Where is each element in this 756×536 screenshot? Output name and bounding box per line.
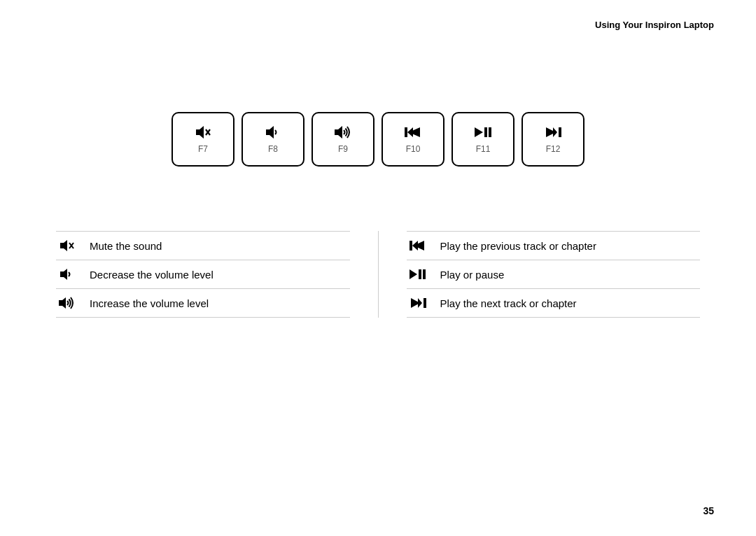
desc-row-next: Play the next track or chapter [407,289,701,318]
desc-mute-text: Mute the sound [90,240,162,252]
desc-prev-text: Play the previous track or chapter [440,240,596,252]
prev-icon [403,125,423,141]
desc-play-pause-text: Play or pause [440,269,505,281]
svg-rect-10 [489,127,491,137]
svg-rect-25 [424,298,426,308]
desc-col-right: Play the previous track or chapter Play … [379,231,701,318]
desc-mute-icon [56,239,78,252]
desc-next-text: Play the next track or chapter [440,297,577,309]
desc-row-vol-down: Decrease the volume level [56,260,350,289]
desc-vol-up-icon [56,297,78,309]
page-number: 35 [703,505,714,516]
page-header-title: Using Your Inspiron Laptop [595,20,714,30]
svg-marker-7 [407,127,413,137]
svg-marker-3 [266,126,274,139]
desc-row-vol-up: Increase the volume level [56,289,350,318]
desc-vol-down-icon [56,268,78,281]
vol-down-icon [265,125,281,141]
svg-rect-24 [423,269,426,279]
svg-marker-14 [60,240,67,251]
key-f12-label: F12 [546,144,561,154]
key-f11: F11 [451,112,514,167]
svg-marker-13 [553,127,557,137]
svg-rect-23 [419,269,421,279]
svg-marker-27 [418,298,422,308]
vol-up-icon [333,125,353,141]
key-f8: F8 [241,112,304,167]
next-icon [543,125,563,141]
desc-prev-icon [407,239,429,252]
key-f8-label: F8 [268,144,278,154]
svg-marker-21 [412,241,418,251]
svg-marker-18 [59,297,66,309]
key-f11-label: F11 [476,144,491,154]
svg-rect-5 [405,127,407,137]
keys-row: F7 F8 F9 [172,112,584,167]
description-section: Mute the sound Decrease the volume level [56,231,700,318]
svg-marker-4 [335,126,342,139]
svg-rect-9 [484,127,487,137]
svg-marker-17 [60,269,67,280]
svg-rect-11 [559,127,561,137]
key-f10: F10 [382,112,444,167]
desc-row-mute: Mute the sound [56,231,350,260]
svg-marker-22 [410,269,417,279]
key-f9: F9 [312,112,374,167]
svg-marker-8 [475,127,483,137]
desc-col-left: Mute the sound Decrease the volume level [56,231,379,318]
play-pause-icon [473,125,493,141]
key-f9-label: F9 [338,144,348,154]
desc-play-pause-icon [407,268,429,281]
desc-row-prev: Play the previous track or chapter [407,231,701,260]
key-f12: F12 [522,112,584,167]
desc-vol-down-text: Decrease the volume level [90,269,214,281]
desc-next-icon [407,297,429,309]
desc-vol-up-text: Increase the volume level [90,297,209,309]
mute-icon [195,125,211,141]
key-f7: F7 [172,112,234,167]
svg-rect-19 [410,241,412,251]
key-f10-label: F10 [406,144,421,154]
key-f7-label: F7 [198,144,208,154]
desc-row-play-pause: Play or pause [407,260,701,289]
svg-marker-0 [196,126,204,139]
